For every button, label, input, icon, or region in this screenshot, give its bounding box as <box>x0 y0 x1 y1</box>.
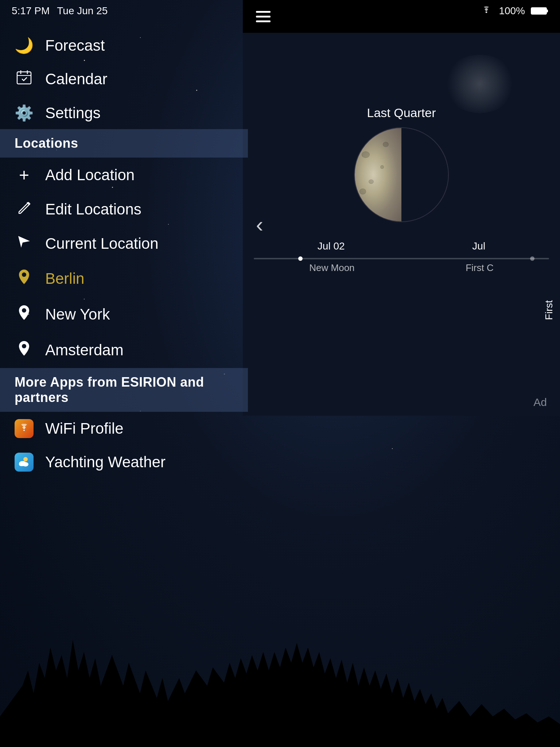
first-quarter-text: First <box>543 300 555 320</box>
panel-content: ‹ Last Quarter Jul 02 Ju <box>243 33 560 416</box>
settings-icon: ⚙️ <box>15 104 34 122</box>
amsterdam-label: Amsterdam <box>45 341 124 359</box>
sidebar-item-amsterdam[interactable]: Amsterdam <box>0 332 248 368</box>
wifi-profile-label: WiFi Profile <box>45 420 124 437</box>
battery-icon <box>531 7 548 15</box>
right-panel: ‹ Last Quarter Jul 02 Ju <box>243 0 560 416</box>
moon-shadow-half <box>401 128 448 221</box>
moon-glow <box>443 55 516 113</box>
sidebar-item-berlin[interactable]: Berlin <box>0 261 248 297</box>
status-date: Tue Jun 25 <box>57 5 108 17</box>
moon-circle <box>354 127 449 222</box>
edit-locations-icon <box>15 200 34 219</box>
settings-label: Settings <box>45 104 101 122</box>
svg-point-9 <box>22 344 26 348</box>
timeline-date-2: Jul <box>472 240 485 252</box>
timeline-date-1: Jul 02 <box>318 240 345 252</box>
wifi-status-icon <box>480 5 493 17</box>
calendar-label: Calendar <box>45 70 107 88</box>
status-time: 5:17 PM <box>12 5 50 17</box>
status-left: 5:17 PM Tue Jun 25 <box>12 5 108 17</box>
current-location-icon <box>15 234 34 253</box>
more-apps-header: More Apps from ESIRION and partners <box>0 368 248 412</box>
svg-point-10 <box>23 457 28 461</box>
add-location-label: Add Location <box>45 166 135 184</box>
sidebar-item-current-location[interactable]: Current Location <box>0 227 248 261</box>
sidebar-item-new-york[interactable]: New York <box>0 297 248 332</box>
current-location-label: Current Location <box>45 235 159 252</box>
timeline-label-new-moon: New Moon <box>309 262 354 274</box>
wifi-profile-icon <box>15 419 34 438</box>
sidebar-item-add-location[interactable]: + Add Location <box>0 158 248 192</box>
moon-lit-half <box>355 128 401 221</box>
sidebar-item-wifi-profile[interactable]: WiFi Profile <box>0 412 248 445</box>
status-right: 100% <box>480 5 548 17</box>
sidebar-item-edit-locations[interactable]: Edit Locations <box>0 192 248 227</box>
forecast-icon: 🌙 <box>15 36 34 54</box>
berlin-location-icon <box>15 268 34 289</box>
timeline-labels: New Moon First C <box>254 262 549 274</box>
timeline-dates: Jul 02 Jul <box>254 240 549 252</box>
svg-point-13 <box>19 462 23 466</box>
sidebar: 🌙 Forecast Calendar ⚙️ Settings Location… <box>0 0 248 747</box>
locations-header: Locations <box>0 129 248 158</box>
sidebar-item-settings[interactable]: ⚙️ Settings <box>0 97 248 129</box>
add-text: Ad <box>533 396 547 409</box>
yachting-weather-label: Yachting Weather <box>45 453 166 471</box>
battery-indicator: 100% <box>499 5 525 17</box>
sidebar-item-yachting-weather[interactable]: Yachting Weather <box>0 445 248 479</box>
svg-rect-2 <box>17 72 31 84</box>
calendar-icon <box>15 69 34 89</box>
add-location-icon: + <box>15 165 34 185</box>
berlin-label: Berlin <box>45 270 84 287</box>
svg-point-7 <box>22 272 26 277</box>
first-quarter-vertical-label: First <box>538 274 560 347</box>
new-york-label: New York <box>45 306 110 323</box>
svg-point-8 <box>22 308 26 313</box>
svg-rect-0 <box>531 8 547 14</box>
yachting-weather-icon <box>15 453 34 472</box>
edit-locations-label: Edit Locations <box>45 201 141 218</box>
timeline-label-first: First C <box>466 262 494 274</box>
amsterdam-location-icon <box>15 340 34 361</box>
timeline-track <box>254 258 549 259</box>
new-york-location-icon <box>15 304 34 325</box>
svg-point-12 <box>23 462 28 467</box>
status-bar: 5:17 PM Tue Jun 25 100% <box>0 0 560 22</box>
sidebar-item-forecast[interactable]: 🌙 Forecast <box>0 29 248 62</box>
forecast-label: Forecast <box>45 37 105 54</box>
svg-marker-6 <box>18 236 30 248</box>
moon-phase-label: Last Quarter <box>367 106 436 120</box>
moon-phase-section: Last Quarter Jul 02 Jul <box>243 106 560 274</box>
sidebar-item-calendar[interactable]: Calendar <box>0 62 248 97</box>
svg-rect-1 <box>547 9 548 12</box>
